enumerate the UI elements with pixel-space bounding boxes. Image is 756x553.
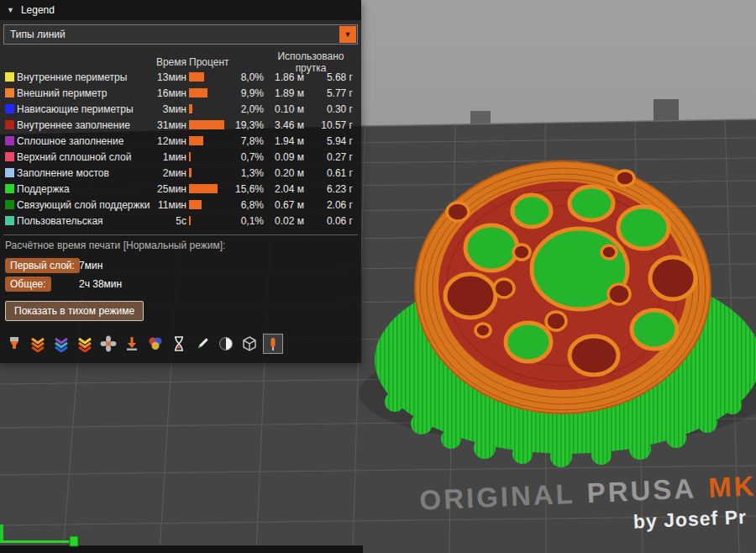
- total-value: 2ч 38мин: [79, 278, 122, 290]
- legend-row[interactable]: Внешний периметр16мин9,9%1.89 м5.77 г: [3, 85, 358, 101]
- feature-color-swatch: [5, 72, 14, 82]
- legend-row[interactable]: Связующий слой поддержки11мин6,8%0.67 м2…: [3, 197, 358, 213]
- feature-used-grams: 5.68 г: [307, 71, 358, 83]
- feature-percent-bar: [186, 72, 228, 82]
- width-icon[interactable]: [52, 334, 71, 353]
- feature-time: 25мин: [155, 183, 186, 195]
- column-percent: Процент: [186, 56, 264, 68]
- stealth-mode-button[interactable]: Показать в тихом режиме: [5, 301, 144, 321]
- shells-icon[interactable]: [240, 334, 259, 353]
- feature-label: Верхний сплошной слой: [17, 151, 155, 163]
- custom-gcode-icon[interactable]: [193, 334, 212, 353]
- slider-handle[interactable]: [70, 536, 78, 546]
- feature-color-swatch: [5, 216, 14, 225]
- collapse-icon: ▼: [7, 6, 14, 14]
- feature-percent: 8,0%: [228, 71, 264, 83]
- feature-used-grams: 5.94 г: [307, 135, 358, 147]
- legend-title: Legend: [21, 4, 55, 16]
- feature-label: Связующий слой поддержки: [17, 199, 155, 211]
- feature-label: Поддержка: [17, 183, 155, 195]
- feature-used-grams: 5.77 г: [307, 87, 358, 99]
- printed-model: [415, 161, 711, 413]
- feature-used-grams: 0.61 г: [307, 167, 358, 179]
- feature-type-icon[interactable]: [5, 334, 24, 353]
- first-layer-label: Первый слой:: [5, 258, 80, 273]
- legend-header[interactable]: ▼ Legend: [0, 0, 361, 20]
- feature-used-grams: 2.06 г: [307, 199, 358, 211]
- height-icon[interactable]: [29, 334, 47, 353]
- legend-row[interactable]: Верхний сплошной слой1мин0,7%0.09 м0.27 …: [3, 149, 358, 165]
- feature-label: Заполнение мостов: [17, 167, 155, 179]
- feature-used-meters: 1.94 м: [264, 135, 307, 147]
- first-layer-time-row: Первый слой: 7мин: [3, 257, 358, 276]
- feature-percent: 0,7%: [228, 151, 264, 163]
- feature-time: 3мин: [155, 103, 186, 115]
- feature-label: Внутренние периметры: [17, 71, 155, 83]
- feature-color-swatch: [5, 88, 14, 97]
- feature-percent: 7,8%: [228, 135, 264, 147]
- feature-percent-bar: [186, 120, 228, 129]
- feature-color-swatch: [5, 200, 14, 209]
- temperature-icon[interactable]: [123, 334, 141, 353]
- legend-pin-icon[interactable]: [264, 334, 282, 353]
- feature-used-grams: 10.57 г: [307, 119, 358, 131]
- feature-percent-bar: [186, 216, 228, 225]
- feature-percent-bar: [186, 88, 228, 97]
- feature-color-swatch: [5, 168, 14, 177]
- view-toolbar: [5, 334, 358, 353]
- volumetric-flow-icon[interactable]: [146, 334, 165, 353]
- legend-row[interactable]: Нависающие периметры3мин2,0%0.10 м0.30 г: [3, 101, 358, 117]
- feature-time: 1мин: [155, 151, 186, 163]
- legend-row[interactable]: Внутренние периметры13мин8,0%1.86 м5.68 …: [3, 69, 358, 85]
- feature-percent: 6,8%: [228, 199, 264, 211]
- total-time-row: Общее: 2ч 38мин: [3, 276, 358, 294]
- feature-used-meters: 0.02 м: [264, 215, 307, 227]
- feature-percent: 1,3%: [228, 167, 264, 179]
- feature-color-swatch: [5, 120, 14, 129]
- feature-time: 12мин: [155, 135, 186, 147]
- estimate-heading: Расчётное время печати [Нормальный режим…: [5, 240, 358, 251]
- legend-row[interactable]: Заполнение мостов2мин1,3%0.20 м0.61 г: [3, 165, 358, 181]
- feature-percent-bar: [186, 200, 228, 209]
- legend-body: Типы линий ▼ Время Процент Использовано …: [0, 20, 361, 363]
- speed-icon[interactable]: [76, 334, 94, 353]
- feature-color-swatch: [5, 184, 14, 193]
- feature-color-swatch: [5, 152, 14, 161]
- feature-used-grams: 0.27 г: [307, 151, 358, 163]
- bed-rear-tab: [654, 99, 679, 123]
- feature-color-swatch: [5, 104, 14, 113]
- time-icon[interactable]: [170, 334, 188, 353]
- feature-label: Внутреннее заполнение: [17, 119, 155, 131]
- feature-label: Нависающие периметры: [17, 103, 155, 115]
- feature-percent: 9,9%: [228, 87, 264, 99]
- bed-rear-tab: [470, 111, 491, 124]
- travels-icon[interactable]: [217, 334, 235, 353]
- feature-used-meters: 0.20 м: [264, 167, 307, 179]
- feature-time: 16мин: [155, 87, 186, 99]
- feature-time: 11мин: [155, 199, 186, 211]
- feature-used-meters: 1.89 м: [264, 87, 307, 99]
- feature-percent-bar: [186, 136, 228, 145]
- legend-row[interactable]: Поддержка25мин15,6%2.04 м6.23 г: [3, 181, 358, 197]
- legend-row[interactable]: Внутреннее заполнение31мин19,3%3.46 м10.…: [3, 117, 358, 133]
- feature-used-grams: 6.23 г: [307, 183, 358, 195]
- first-layer-value: 7мин: [79, 260, 102, 271]
- legend-row[interactable]: Пользовательская5с0,1%0.02 м0.06 г: [3, 213, 358, 229]
- feature-label: Сплошное заполнение: [17, 135, 155, 147]
- feature-used-grams: 0.06 г: [307, 215, 358, 227]
- feature-used-meters: 0.67 м: [264, 199, 307, 211]
- chevron-down-icon[interactable]: ▼: [339, 26, 356, 43]
- feature-label: Внешний периметр: [17, 87, 155, 99]
- feature-color-swatch: [5, 136, 14, 145]
- feature-used-meters: 1.86 м: [264, 71, 307, 83]
- feature-used-meters: 3.46 м: [264, 119, 307, 131]
- mk4-accent-text: MK4: [707, 469, 756, 503]
- fan-speed-icon[interactable]: [99, 334, 118, 353]
- legend-row[interactable]: Сплошное заполнение12мин7,8%1.94 м5.94 г: [3, 133, 358, 149]
- legend-column-headers: Время Процент Использовано прутка: [3, 50, 358, 67]
- feature-label: Пользовательская: [17, 215, 155, 227]
- feature-percent-bar: [186, 152, 228, 161]
- view-type-select[interactable]: Типы линий ▼: [3, 24, 358, 45]
- legend-panel: ▼ Legend Типы линий ▼ Время Процент Испо…: [0, 0, 361, 363]
- feature-used-meters: 2.04 м: [264, 183, 307, 195]
